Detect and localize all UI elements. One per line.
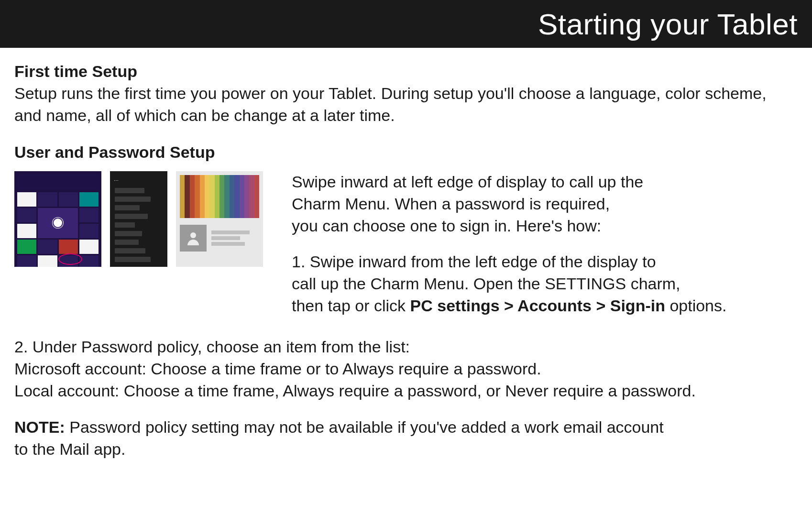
color-swatch [180, 175, 185, 218]
instructions-right-column: Swipe inward at left edge of display to … [292, 171, 798, 317]
note-body-1: Password policy setting may not be avail… [65, 418, 664, 436]
screenshots-group: ⋯ [14, 171, 273, 317]
step1-bold-path: PC settings > Accounts > Sign-in [410, 296, 665, 315]
user-avatar-icon [180, 225, 207, 252]
color-swatch [190, 175, 195, 218]
charm-intro-line-3: you can choose one to sign in. Here's ho… [292, 215, 798, 237]
color-swatch [205, 175, 209, 218]
step1-line-2: call up the Charm Menu. Open the SETTING… [292, 273, 798, 295]
color-swatch [224, 175, 229, 218]
step2-line-2: Microsoft account: Choose a time frame o… [14, 358, 798, 380]
color-swatch [195, 175, 199, 218]
svg-point-0 [190, 232, 196, 238]
section-heading-user-password: User and Password Setup [14, 143, 798, 162]
color-swatch [249, 175, 254, 218]
screenshot-start-screen [14, 171, 101, 267]
color-swatch [244, 175, 249, 218]
color-swatch [254, 175, 259, 218]
first-setup-body: Setup runs the first time you power on y… [14, 83, 798, 127]
note-line-2: to the Mail app. [14, 438, 798, 460]
color-swatch [234, 175, 239, 218]
page-header: Starting your Tablet [0, 0, 812, 48]
color-swatch [219, 175, 224, 218]
step2-line-1: 2. Under Password policy, choose an item… [14, 336, 798, 358]
step2-line-3: Local account: Choose a time frame, Alwa… [14, 380, 798, 402]
step1-line-3: then tap or click PC settings > Accounts… [292, 295, 798, 317]
highlight-circle-icon [58, 253, 82, 265]
color-swatch [185, 175, 189, 218]
note-label: NOTE: [14, 418, 65, 436]
page-title: Starting your Tablet [538, 7, 798, 41]
page-content: First time Setup Setup runs the first ti… [0, 48, 812, 475]
color-swatch [200, 175, 205, 218]
color-swatch [215, 175, 219, 218]
color-swatch [240, 175, 244, 218]
section-heading-first-setup: First time Setup [14, 62, 798, 81]
instructions-bottom: 2. Under Password policy, choose an item… [14, 336, 798, 460]
screenshot-accounts-screen [176, 171, 263, 267]
charm-intro-line-2: Charm Menu. When a password is required, [292, 193, 798, 215]
screenshot-settings-menu: ⋯ [110, 171, 167, 267]
step1-line-3-prefix: then tap or click [292, 296, 410, 315]
screenshot-and-instructions-row: ⋯ Swipe inward at left edge of displ [14, 171, 798, 317]
step1-line-3-suffix: options. [665, 296, 727, 315]
note-line-1: NOTE: Password policy setting may not be… [14, 416, 798, 438]
color-swatch [209, 175, 214, 218]
color-swatch [230, 175, 234, 218]
charm-intro-line-1: Swipe inward at left edge of display to … [292, 171, 798, 193]
step1-line-1: 1. Swipe inward from the left edge of th… [292, 251, 798, 273]
